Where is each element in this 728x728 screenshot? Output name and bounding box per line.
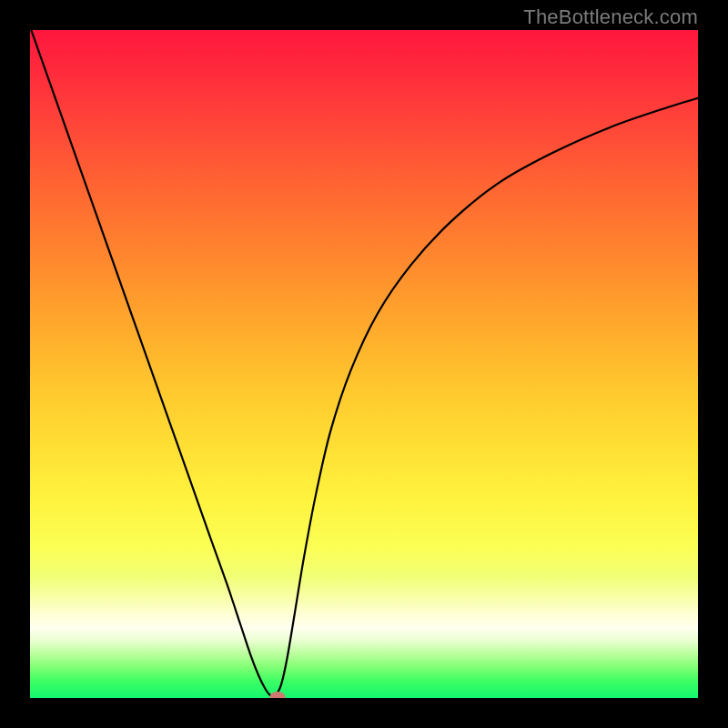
plot-area [30,30,698,698]
bottleneck-curve [30,30,698,696]
watermark-text: TheBottleneck.com [523,5,698,29]
chart-frame: TheBottleneck.com [0,0,728,728]
optimum-marker [269,692,285,698]
curve-svg [30,30,698,698]
